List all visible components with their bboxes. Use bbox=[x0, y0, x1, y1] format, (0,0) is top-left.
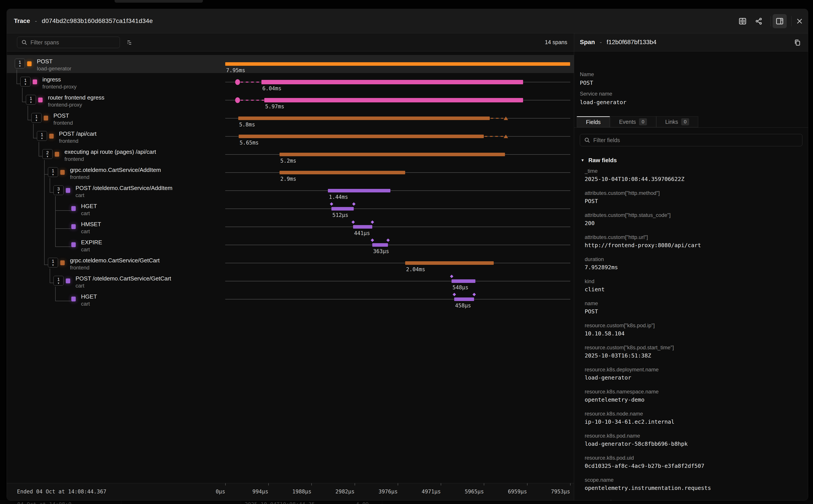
tab-links[interactable]: Links0 bbox=[656, 116, 698, 127]
span-name[interactable]: grpc.oteldemo.CartService/GetCart bbox=[70, 257, 160, 264]
field-label: resource.k8s.deployment.name bbox=[585, 367, 659, 373]
span-collapse-badge[interactable]: 1▼ bbox=[48, 258, 58, 267]
span-title: Span - f12b0f687bf133b4 bbox=[580, 39, 657, 46]
service-color-icon bbox=[71, 297, 76, 301]
span-duration-bar[interactable] bbox=[331, 207, 354, 211]
event-diamond-marker bbox=[352, 202, 355, 206]
field-value[interactable]: 200 bbox=[585, 220, 595, 226]
span-name[interactable]: HGET bbox=[81, 293, 97, 300]
span-collapse-badge[interactable]: 3▼ bbox=[53, 185, 64, 195]
span-collapse-badge[interactable]: 1▼ bbox=[26, 95, 36, 105]
service-color-icon bbox=[71, 224, 76, 229]
span-id: f12b0f687bf133b4 bbox=[607, 39, 657, 45]
tab-fields[interactable]: Fields bbox=[577, 116, 610, 127]
timeline-tick-label: 2982µs bbox=[317, 489, 354, 495]
detail-tabs: FieldsEvents0Links0 bbox=[574, 116, 808, 128]
span-name[interactable]: HMSET bbox=[81, 221, 101, 228]
span-duration-bar[interactable] bbox=[238, 117, 490, 120]
span-name[interactable]: executing api route (pages) /api/cart bbox=[64, 149, 156, 155]
service-color-icon bbox=[44, 116, 48, 120]
span-duration-bar[interactable] bbox=[279, 171, 405, 174]
header-divider bbox=[791, 16, 792, 26]
span-collapse-badge[interactable]: 1▼ bbox=[15, 59, 25, 68]
copy-span-id-button[interactable] bbox=[792, 38, 802, 47]
span-duration-bar[interactable] bbox=[454, 297, 474, 301]
tab-events[interactable]: Events0 bbox=[610, 116, 656, 127]
span-service: frontend bbox=[64, 156, 84, 162]
span-name[interactable]: POST bbox=[37, 58, 53, 65]
span-duration-label: 2.04ms bbox=[406, 266, 425, 273]
timeline-tick-label: 3976µs bbox=[360, 489, 398, 495]
field-label: resource.custom["k8s.pod.start_time"] bbox=[585, 344, 674, 351]
event-diamond-marker bbox=[371, 220, 374, 224]
span-duration-bar[interactable] bbox=[225, 62, 570, 66]
span-duration-bar[interactable] bbox=[452, 279, 476, 283]
field-value[interactable]: 10.10.58.104 bbox=[585, 330, 625, 337]
timeline-tick-mark bbox=[484, 483, 484, 485]
span-name[interactable]: EXPIRE bbox=[81, 239, 102, 246]
span-duration-bar[interactable] bbox=[264, 98, 523, 102]
filter-fields-input[interactable] bbox=[593, 137, 798, 143]
span-duration-label: 458µs bbox=[455, 303, 471, 309]
field-value[interactable]: opentelemetry-demo bbox=[585, 397, 645, 403]
span-name[interactable]: POST bbox=[53, 112, 69, 119]
field-value[interactable]: load-generator-58c8fbb696-b8hpk bbox=[585, 441, 688, 447]
child-count: 1 bbox=[52, 259, 54, 263]
span-duration-bar[interactable] bbox=[372, 243, 388, 247]
field-value[interactable]: 2025-10-04T10:08:44.359706622Z bbox=[585, 176, 685, 182]
span-service: cart bbox=[81, 228, 90, 235]
span-name[interactable]: HGET bbox=[81, 203, 97, 210]
field-value[interactable]: load-generator bbox=[585, 374, 631, 381]
span-collapse-badge[interactable]: 1▼ bbox=[37, 131, 47, 141]
tree-connector-vertical bbox=[39, 142, 39, 156]
copy-icon bbox=[794, 39, 801, 46]
field-label: resource.custom["k8s.pod.ip"] bbox=[585, 322, 655, 329]
raw-fields-section-header[interactable]: ▼ Raw fields bbox=[581, 157, 617, 164]
span-duration-bar[interactable] bbox=[353, 225, 372, 229]
close-button[interactable] bbox=[792, 14, 807, 28]
field-value[interactable]: POST bbox=[585, 308, 598, 315]
field-value[interactable]: 0cd10325-af8c-4ac9-b27b-e3fa8f2df507 bbox=[585, 463, 704, 469]
timeline-tick-mark bbox=[268, 483, 269, 485]
chevron-down-icon: ▼ bbox=[41, 137, 43, 140]
share-button[interactable] bbox=[752, 14, 766, 28]
chevron-down-icon: ▼ bbox=[57, 192, 60, 194]
span-duration-bar[interactable] bbox=[261, 80, 523, 84]
span-duration-bar[interactable] bbox=[328, 189, 390, 192]
span-duration-bar[interactable] bbox=[405, 261, 494, 265]
field-value[interactable]: 7.952892ms bbox=[585, 264, 618, 271]
span-duration-bar[interactable] bbox=[279, 153, 505, 156]
tree-connector-horizontal bbox=[55, 246, 71, 247]
span-service-value: load-generator bbox=[580, 99, 626, 105]
span-duration-bar[interactable] bbox=[239, 135, 484, 138]
span-collapse-badge[interactable]: 1▼ bbox=[53, 276, 64, 286]
table-view-button[interactable] bbox=[736, 14, 750, 28]
span-collapse-badge[interactable]: 1▼ bbox=[48, 167, 58, 177]
timeline-tick-mark bbox=[398, 483, 398, 485]
span-collapse-badge[interactable]: 1▼ bbox=[20, 77, 30, 87]
span-name[interactable]: router frontend egress bbox=[48, 94, 104, 101]
field-value[interactable]: POST bbox=[585, 198, 598, 204]
server-end-marker bbox=[504, 135, 508, 138]
span-service-label: Service name bbox=[580, 91, 612, 97]
span-name[interactable]: POST /api/cart bbox=[59, 130, 96, 137]
span-name[interactable]: grpc.oteldemo.CartService/AddItem bbox=[70, 167, 161, 173]
span-name[interactable]: POST /oteldemo.CartService/AddItem bbox=[75, 185, 172, 192]
field-value[interactable]: ip-10-10-34-61.ec2.internal bbox=[585, 419, 674, 425]
child-count: 3 bbox=[57, 187, 60, 191]
span-collapse-badge[interactable]: 2▼ bbox=[42, 149, 53, 159]
trace-title-prefix: Trace bbox=[14, 17, 30, 24]
field-value[interactable]: http://frontend-proxy:8080/api/cart bbox=[585, 242, 701, 248]
timeline-tick-label: 994µs bbox=[231, 489, 268, 495]
trace-title: Trace - d074bd2c983b160d68357ca1f341d34e bbox=[14, 17, 153, 24]
filter-fields-box[interactable] bbox=[580, 134, 802, 146]
toggle-side-panel-button[interactable] bbox=[773, 14, 787, 28]
field-value[interactable]: client bbox=[585, 286, 605, 293]
span-collapse-badge[interactable]: 1▼ bbox=[31, 113, 41, 123]
waterfall-baseline bbox=[225, 209, 570, 209]
caret-down-icon: ▼ bbox=[581, 158, 585, 163]
field-value[interactable]: 2025-10-03T16:51:38Z bbox=[585, 352, 651, 359]
field-value[interactable]: opentelemetry.instrumentation.requests bbox=[585, 485, 711, 491]
span-name[interactable]: POST /oteldemo.CartService/GetCart bbox=[75, 275, 171, 282]
span-name[interactable]: ingress bbox=[42, 76, 61, 83]
